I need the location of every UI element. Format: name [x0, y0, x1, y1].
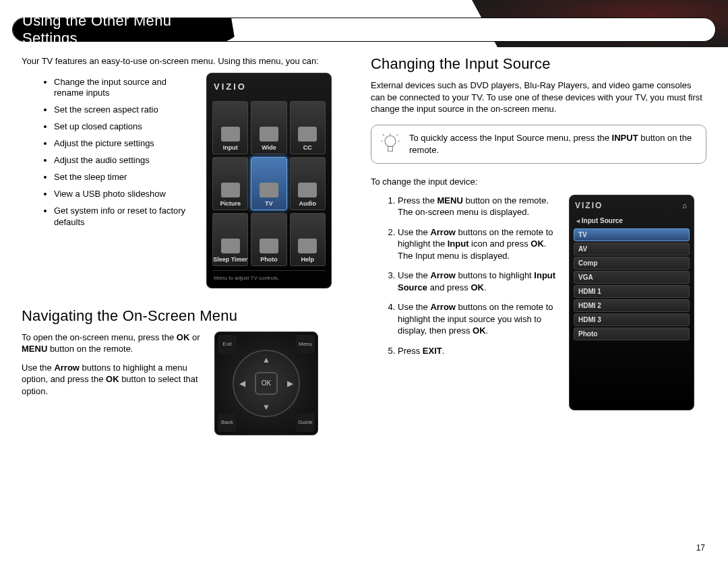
tv-main-menu-screenshot: VIZIO Input Wide CC Picture TV Audio Sle…: [206, 73, 332, 288]
vizio-logo: VIZIO: [212, 79, 326, 97]
title-fill: Using the Other Menu Settings: [13, 18, 227, 41]
svg-line-6: [396, 134, 398, 135]
input-source-intro: External devices such as DVD players, Bl…: [371, 80, 706, 115]
arrow-right-icon: ▶: [287, 379, 293, 388]
step-item: Use the Arrow buttons to highlight Input…: [398, 270, 559, 293]
step-item: Press EXIT.: [398, 345, 559, 357]
menu-cell-sleep: Sleep Timer: [212, 213, 248, 266]
remote-guide-button: Guide: [296, 413, 315, 432]
input-item-photo: Photo: [574, 327, 690, 340]
page-number: 17: [696, 543, 705, 553]
menu-label: Picture: [220, 200, 241, 207]
speaker-icon: [298, 183, 317, 197]
menu-cell-help: Help: [290, 213, 326, 266]
photo-icon: [260, 239, 278, 253]
menu-cell-photo: Photo: [251, 213, 286, 266]
help-icon: [298, 239, 317, 253]
svg-point-0: [385, 135, 396, 146]
remote-exit-button: Exit: [218, 335, 237, 354]
input-item-hdmi3: HDMI 3: [574, 313, 690, 326]
remote-menu-button: Menu: [296, 335, 315, 354]
input-item-hdmi1: HDMI 1: [574, 285, 690, 298]
title-bar: Using the Other Menu Settings: [12, 18, 716, 42]
submenu-title: Input Source: [574, 216, 690, 228]
tip-box: To quickly access the Input Source menu,…: [371, 125, 706, 164]
tv-screen-icon: [260, 183, 278, 197]
dpad-ring: ▲ ▼ ◀ ▶ OK: [233, 350, 300, 417]
clock-icon: [221, 239, 240, 253]
menu-label: Wide: [262, 144, 276, 151]
menu-label: TV: [265, 200, 273, 207]
arrow-up-icon: ▲: [262, 355, 270, 365]
ok-button: OK: [255, 372, 278, 395]
list-item: Set the sleep timer: [54, 172, 197, 183]
menu-cell-wide: Wide: [251, 101, 286, 154]
menu-cell-input: Input: [212, 101, 248, 154]
input-item-tv: TV: [574, 228, 690, 241]
remote-back-button: Back: [218, 413, 237, 432]
menu-label: Sleep Timer: [213, 256, 247, 263]
menu-cell-audio: Audio: [290, 157, 326, 210]
list-item: View a USB photo slideshow: [54, 189, 197, 200]
list-item: Adjust the audio settings: [54, 155, 197, 166]
menu-label: Input: [223, 144, 238, 151]
steps-list: Press the MENU button on the remote. The…: [371, 195, 559, 365]
input-source-heading: Changing the Input Source: [371, 55, 706, 73]
menu-footer-text: Menu to adjust TV controls.: [212, 270, 326, 282]
input-item-comp: Comp: [574, 257, 690, 270]
menu-label: Audio: [299, 200, 317, 207]
to-change-label: To change the input device:: [371, 176, 706, 188]
list-item: Adjust the picture settings: [54, 138, 197, 150]
arrow-down-icon: ▼: [262, 402, 270, 412]
list-item: Set up closed captions: [54, 121, 197, 133]
list-item: Set the screen aspect ratio: [54, 104, 197, 116]
picture-icon: [221, 183, 240, 197]
feature-bullets: Change the input source and rename input…: [22, 77, 197, 234]
menu-cell-picture: Picture: [212, 157, 248, 210]
arrow-left-icon: ◀: [239, 379, 245, 388]
menu-label: Help: [301, 256, 315, 263]
step-item: Use the Arrow buttons on the remote to h…: [398, 226, 559, 262]
step-item: Use the Arrow buttons on the remote to h…: [398, 301, 559, 337]
list-item: Get system info or reset to factory defa…: [54, 206, 197, 228]
input-item-vga: VGA: [574, 271, 690, 284]
cc-icon: [298, 127, 317, 142]
input-item-hdmi2: HDMI 2: [574, 299, 690, 312]
lightbulb-icon: [381, 133, 400, 155]
menu-label: CC: [303, 144, 312, 151]
input-source-screenshot: VIZIO ⌂ Input Source TV AV Comp VGA HDMI…: [569, 195, 694, 410]
tv-icon: [221, 127, 240, 142]
list-item: Change the input source and rename input…: [54, 77, 197, 100]
menu-cell-cc: CC: [290, 101, 326, 154]
input-item-av: AV: [574, 243, 690, 255]
step-item: Press the MENU button on the remote. The…: [398, 195, 559, 218]
intro-text: Your TV features an easy-to-use on-scree…: [22, 55, 353, 67]
menu-cell-tv: TV: [251, 157, 286, 210]
vizio-logo: VIZIO: [575, 201, 603, 210]
home-icon: ⌂: [682, 201, 688, 210]
nav-para-2: Use the Arrow buttons to highlight a men…: [22, 362, 205, 398]
remote-dpad-image: Exit Menu Back Guide ▲ ▼ ◀ ▶ OK: [214, 332, 318, 435]
nav-heading: Navigating the On-Screen Menu: [22, 307, 353, 325]
aspect-icon: [260, 127, 278, 142]
svg-line-5: [383, 134, 384, 135]
nav-para-1: To open the on-screen menu, press the OK…: [22, 332, 205, 355]
svg-rect-1: [388, 146, 393, 151]
menu-label: Photo: [260, 256, 278, 263]
page-title: Using the Other Menu Settings: [22, 12, 227, 47]
